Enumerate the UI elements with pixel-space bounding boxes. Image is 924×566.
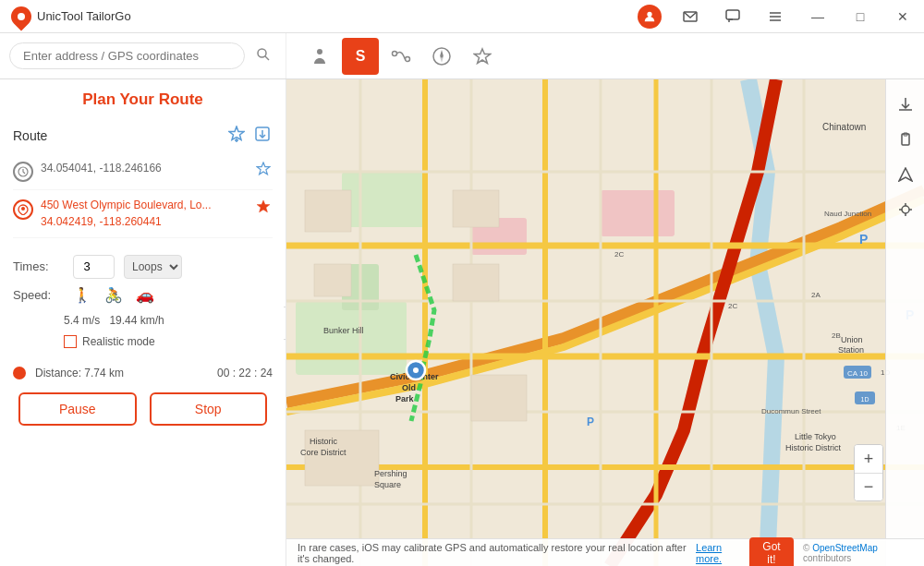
- svg-rect-29: [601, 190, 675, 236]
- svg-text:2C: 2C: [614, 250, 624, 259]
- minimize-button[interactable]: —: [796, 0, 839, 33]
- dest-point: 450 West Olympic Boulevard, Lo... 34.042…: [13, 190, 273, 238]
- map-controls: S: [286, 38, 924, 75]
- route-section: Route 34.054041, -118.246166: [0, 116, 286, 246]
- got-it-button[interactable]: Got it!: [749, 537, 794, 567]
- svg-text:2C: 2C: [728, 302, 737, 310]
- map-background: Chinatown Union Station Little Tokyo His…: [286, 79, 924, 566]
- svg-text:Old: Old: [402, 383, 416, 392]
- svg-text:Ducommun Street: Ducommun Street: [761, 407, 821, 415]
- favorites-button[interactable]: [464, 38, 501, 75]
- search-icon: [256, 47, 271, 62]
- route-mode-button[interactable]: [383, 38, 419, 75]
- zoom-out-button[interactable]: −: [855, 473, 882, 500]
- loops-select[interactable]: Loops: [124, 255, 182, 279]
- times-input[interactable]: [73, 255, 115, 279]
- dest-icon: [13, 199, 33, 220]
- download-button[interactable]: [890, 89, 921, 120]
- import-route-button[interactable]: [252, 124, 273, 147]
- times-section: Times: Loops Speed: 🚶 🚴 🚗 5.4 m/s 19.44 …: [0, 246, 286, 357]
- svg-point-9: [393, 51, 397, 55]
- times-row: Times: Loops: [13, 255, 273, 279]
- search-container: [0, 33, 286, 78]
- s-mode-button[interactable]: S: [342, 38, 379, 75]
- panel-title: Plan Your Route: [0, 79, 286, 116]
- svg-rect-2: [726, 10, 739, 19]
- start-details: 34.054041, -118.246166: [41, 160, 247, 176]
- close-button[interactable]: ✕: [881, 0, 924, 33]
- route-icon: [391, 46, 411, 66]
- search-input[interactable]: [9, 42, 245, 69]
- restore-button[interactable]: □: [839, 0, 881, 33]
- map-area[interactable]: Chinatown Union Station Little Tokyo His…: [286, 79, 924, 566]
- zoom-in-button[interactable]: +: [855, 445, 882, 473]
- clipboard-icon: [898, 132, 913, 147]
- walk-speed-button[interactable]: 🚶: [73, 286, 91, 304]
- svg-text:Chinatown: Chinatown: [822, 122, 866, 132]
- svg-rect-47: [314, 264, 351, 296]
- clipboard-button[interactable]: [890, 124, 921, 155]
- collapse-button[interactable]: ‹: [284, 307, 286, 340]
- start-coords: 34.054041, -118.246166: [41, 160, 247, 176]
- app-title: UnicTool TailorGo: [37, 9, 131, 23]
- svg-marker-15: [475, 49, 491, 64]
- pause-button[interactable]: Pause: [18, 392, 137, 426]
- svg-marker-24: [257, 200, 270, 212]
- svg-marker-22: [257, 163, 270, 175]
- osm-link[interactable]: OpenStreetMap: [812, 543, 878, 553]
- action-buttons: Pause Stop: [0, 383, 286, 435]
- left-panel: Plan Your Route Route: [0, 79, 286, 566]
- svg-text:Core District: Core District: [300, 448, 346, 457]
- mail-button[interactable]: [669, 0, 711, 33]
- search-button[interactable]: [250, 43, 276, 69]
- titlebar: UnicTool TailorGo — □ ✕: [0, 0, 924, 33]
- svg-text:P: P: [859, 232, 868, 247]
- svg-text:Park: Park: [395, 394, 415, 403]
- right-tools: [885, 79, 924, 566]
- svg-text:P: P: [587, 415, 594, 428]
- start-point: 34.054041, -118.246166: [13, 152, 273, 190]
- time-display: 00 : 22 : 24: [217, 367, 273, 379]
- svg-text:Union: Union: [841, 335, 863, 344]
- add-route-button[interactable]: [226, 124, 247, 147]
- svg-point-14: [441, 54, 444, 57]
- svg-point-6: [258, 49, 266, 57]
- svg-text:CA 10: CA 10: [847, 369, 868, 378]
- profile-button[interactable]: [638, 5, 662, 29]
- stop-button[interactable]: Stop: [150, 392, 268, 426]
- route-actions: [226, 124, 273, 147]
- person-mode-button[interactable]: [301, 38, 338, 75]
- chat-button[interactable]: [711, 0, 754, 33]
- import-icon: [254, 126, 271, 142]
- times-label: Times:: [13, 259, 64, 273]
- speed-label: Speed:: [13, 288, 64, 302]
- mail-icon: [683, 9, 698, 24]
- logo-icon: [6, 2, 35, 30]
- star-filled-icon: [256, 199, 271, 214]
- svg-text:2A: 2A: [811, 291, 821, 299]
- star-empty-icon: [256, 162, 271, 176]
- speed-icons: 🚶 🚴 🚗: [73, 286, 154, 304]
- svg-line-7: [265, 56, 269, 60]
- compass-button[interactable]: [423, 38, 460, 75]
- svg-text:2B: 2B: [832, 331, 841, 340]
- bike-speed-button[interactable]: 🚴: [104, 286, 123, 304]
- distance-text: Distance: 7.74 km: [35, 367, 208, 379]
- download-icon: [898, 97, 913, 112]
- speed-row: Speed: 🚶 🚴 🚗: [13, 286, 273, 304]
- start-icon: [13, 162, 33, 182]
- navigate-button[interactable]: [890, 159, 921, 190]
- svg-rect-26: [342, 172, 425, 227]
- realistic-checkbox[interactable]: [64, 335, 77, 348]
- dest-star-button[interactable]: [254, 198, 273, 219]
- menu-button[interactable]: [754, 0, 796, 33]
- car-speed-button[interactable]: 🚗: [136, 286, 154, 304]
- clock-icon: [18, 166, 29, 177]
- realistic-label: Realistic mode: [82, 335, 155, 348]
- start-star-button[interactable]: [254, 160, 273, 181]
- star-add-icon: [228, 126, 245, 142]
- zoom-controls: + −: [854, 444, 883, 501]
- speed-values-row: 5.4 m/s 19.44 km/h: [13, 311, 273, 328]
- location-button[interactable]: [890, 194, 921, 225]
- learn-more-link[interactable]: Learn more.: [696, 542, 744, 564]
